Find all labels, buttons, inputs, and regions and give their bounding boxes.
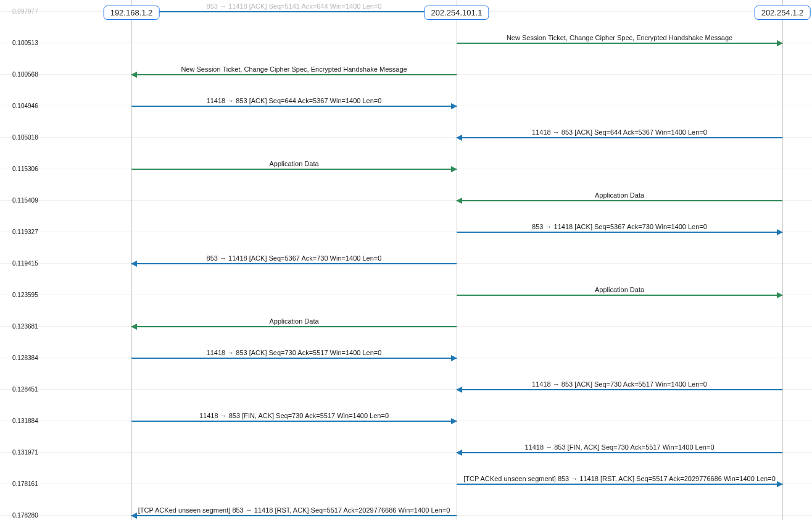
arrow-head-icon: [777, 481, 783, 487]
flow-arrow[interactable]: 11418 → 853 [ACK] Seq=644 Ack=5367 Win=1…: [457, 137, 782, 138]
arrow-head-icon: [451, 418, 457, 424]
node-badge-3[interactable]: 202.254.1.2: [755, 6, 811, 20]
flow-arrow[interactable]: 11418 → 853 [FIN, ACK] Seq=730 Ack=5517 …: [131, 421, 457, 422]
flow-arrow[interactable]: 853 → 11418 [ACK] Seq=5367 Ack=730 Win=1…: [131, 263, 457, 264]
time-label: 0.097977: [12, 8, 38, 15]
arrow-head-icon: [131, 72, 137, 78]
flow-arrow[interactable]: Application Data: [131, 326, 457, 327]
flow-arrow[interactable]: Application Data: [457, 295, 782, 296]
flow-label: 853 → 11418 [ACK] Seq=5141 Ack=644 Win=1…: [207, 2, 382, 10]
time-label: 0.123681: [12, 323, 38, 330]
flow-arrow[interactable]: 11418 → 853 [ACK] Seq=644 Ack=5367 Win=1…: [131, 106, 457, 107]
flow-arrow[interactable]: 853 → 11418 [ACK] Seq=5367 Ack=730 Win=1…: [457, 232, 782, 233]
time-label: 0.131971: [12, 449, 38, 456]
arrow-head-icon: [777, 40, 783, 46]
flow-arrow[interactable]: 11418 → 853 [ACK] Seq=730 Ack=5517 Win=1…: [131, 358, 457, 359]
flow-label: 11418 → 853 [FIN, ACK] Seq=730 Ack=5517 …: [199, 412, 389, 419]
flow-label: Application Data: [595, 286, 644, 293]
flow-label: New Session Ticket, Change Cipher Spec, …: [181, 65, 407, 73]
time-label: 0.123595: [12, 291, 38, 298]
time-label: 0.131884: [12, 417, 38, 424]
flow-arrow[interactable]: [TCP ACKed unseen segment] 853 → 11418 […: [457, 484, 782, 485]
time-label: 0.178280: [12, 512, 38, 519]
flow-diagram: 192.168.1.2202.254.101.1202.254.1.20.097…: [0, 0, 812, 520]
time-label: 0.115409: [12, 197, 38, 204]
time-label: 0.105018: [12, 134, 38, 141]
flow-label: New Session Ticket, Change Cipher Spec, …: [507, 34, 732, 41]
flow-arrow[interactable]: 11418 → 853 [ACK] Seq=730 Ack=5517 Win=1…: [457, 389, 782, 390]
time-label: 0.178161: [12, 480, 38, 487]
time-label: 0.115306: [12, 166, 38, 172]
arrow-head-icon: [451, 103, 457, 109]
time-label: 0.128384: [12, 354, 38, 361]
time-label: 0.119415: [12, 260, 38, 267]
flow-label: Application Data: [269, 160, 318, 167]
lifeline-1: [131, 0, 132, 520]
arrow-head-icon: [456, 135, 462, 141]
arrow-head-icon: [456, 387, 462, 393]
time-label: 0.128451: [12, 386, 38, 393]
node-badge-2[interactable]: 202.254.101.1: [424, 6, 489, 20]
arrow-head-icon: [777, 229, 783, 235]
flow-label: Application Data: [595, 191, 644, 199]
flow-arrow[interactable]: Application Data: [457, 200, 782, 201]
flow-arrow[interactable]: 11418 → 853 [FIN, ACK] Seq=730 Ack=5517 …: [457, 452, 782, 453]
flow-label: [TCP ACKed unseen segment] 853 → 11418 […: [138, 506, 450, 514]
arrow-head-icon: [131, 513, 137, 519]
time-label: 0.119327: [12, 229, 38, 235]
arrow-head-icon: [456, 450, 462, 456]
flow-arrow[interactable]: Application Data: [131, 169, 457, 170]
flow-arrow[interactable]: 853 → 11418 [ACK] Seq=5141 Ack=644 Win=1…: [131, 11, 457, 12]
flow-label: 853 → 11418 [ACK] Seq=5367 Ack=730 Win=1…: [532, 223, 707, 230]
flow-label: 11418 → 853 [ACK] Seq=730 Ack=5517 Win=1…: [532, 380, 707, 388]
node-badge-1[interactable]: 192.168.1.2: [104, 6, 160, 20]
flow-arrow[interactable]: New Session Ticket, Change Cipher Spec, …: [131, 74, 457, 75]
time-label: 0.104946: [12, 103, 38, 109]
flow-label: 853 → 11418 [ACK] Seq=5367 Ack=730 Win=1…: [207, 254, 382, 262]
arrow-head-icon: [451, 355, 457, 361]
arrow-head-icon: [777, 292, 783, 298]
arrow-head-icon: [131, 261, 137, 267]
flow-arrow[interactable]: New Session Ticket, Change Cipher Spec, …: [457, 43, 782, 44]
flow-label: 11418 → 853 [ACK] Seq=730 Ack=5517 Win=1…: [207, 349, 382, 356]
time-label: 0.100568: [12, 71, 38, 78]
arrow-head-icon: [451, 166, 457, 172]
arrow-head-icon: [456, 198, 462, 204]
flow-label: [TCP ACKed unseen segment] 853 → 11418 […: [463, 475, 776, 482]
flow-label: Application Data: [269, 317, 318, 325]
time-label: 0.100513: [12, 40, 38, 46]
flow-label: 11418 → 853 [ACK] Seq=644 Ack=5367 Win=1…: [207, 97, 382, 104]
flow-label: 11418 → 853 [FIN, ACK] Seq=730 Ack=5517 …: [525, 443, 715, 451]
arrow-head-icon: [131, 324, 137, 330]
lifeline-2: [457, 0, 457, 520]
flow-arrow[interactable]: [TCP ACKed unseen segment] 853 → 11418 […: [131, 515, 457, 516]
flow-label: 11418 → 853 [ACK] Seq=644 Ack=5367 Win=1…: [532, 128, 707, 136]
lifeline-3: [782, 0, 783, 520]
